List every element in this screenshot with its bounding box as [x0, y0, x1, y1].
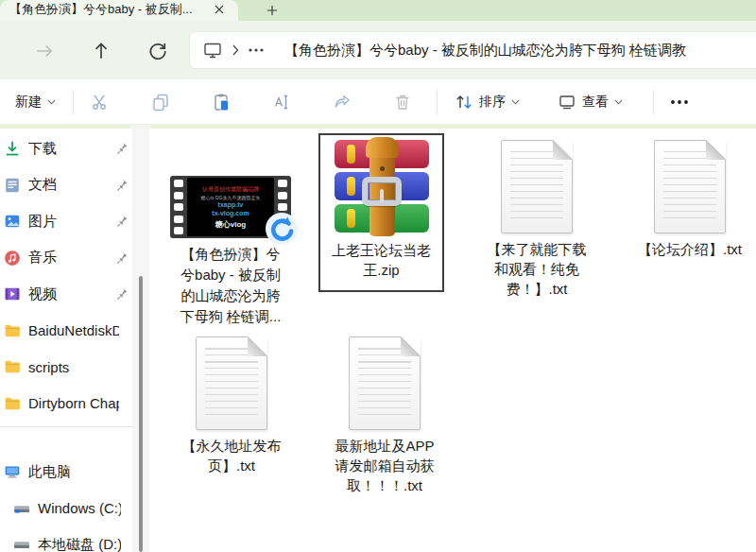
sort-button-label: 排序: [479, 94, 506, 111]
breadcrumb-chevron-icon: [232, 44, 239, 56]
more-options-icon: [671, 100, 688, 104]
scrollbar-thumb[interactable]: [139, 276, 143, 552]
up-arrow-icon: [91, 41, 112, 61]
file-name: 【角色扮演】兮兮baby - 被反制的山城恋沦为胯下母狗 栓链调...: [178, 244, 284, 327]
rename-icon: [272, 93, 291, 112]
forward-arrow-icon: [34, 41, 55, 61]
documents-icon: [4, 177, 21, 194]
cut-button[interactable]: [83, 85, 117, 119]
file-name: 最新地址及APP请发邮箱自动获取！！！.txt: [332, 436, 438, 495]
pin-icon: [114, 141, 129, 155]
sidebar-item-label: BaiduNetdiskDo: [28, 322, 119, 338]
file-name: 【永久地址发布页】.txt: [179, 436, 284, 475]
close-icon: [215, 5, 224, 14]
navigation-pane: 下载 文档 图片: [0, 129, 132, 552]
filmstrip-holes: [174, 180, 183, 234]
forward-button[interactable]: [34, 41, 55, 61]
sidebar-item-label: Dirtyborn Chapt: [28, 395, 119, 411]
video-thumbnail: 认准原创传媒防骗品牌 糖心tv DG永久不迷路防走失 txapp.tv tx-v…: [170, 176, 291, 238]
drive-icon: [13, 536, 30, 552]
download-icon: [4, 140, 21, 157]
pin-icon: [114, 178, 129, 192]
file-name: 【论坛介绍】.txt: [627, 239, 752, 259]
file-name: 上老王论坛当老王.zip: [329, 240, 435, 280]
view-button-label: 查看: [582, 94, 609, 111]
text-file-icon: [349, 336, 421, 430]
rename-button[interactable]: [265, 85, 299, 119]
text-file-icon: [654, 140, 726, 233]
video-preview: 认准原创传媒防骗品牌 糖心tv DG永久不迷路防走失 txapp.tv tx-v…: [187, 178, 274, 236]
file-item-text[interactable]: 【来了就能下载和观看！纯免费！】.txt: [471, 140, 603, 299]
thumb-brand: 糖心vlog: [215, 219, 246, 230]
copy-button[interactable]: [144, 85, 178, 119]
paste-icon: [212, 93, 231, 112]
sidebar-item-scripts-folder[interactable]: scripts: [0, 349, 132, 386]
up-button[interactable]: [91, 41, 112, 61]
computer-icon: [4, 463, 21, 480]
tab-title: 【角色扮演】兮兮baby - 被反制...: [9, 1, 198, 18]
file-name: 【来了就能下载和观看！纯免费！】.txt: [484, 239, 590, 299]
thumb-link-1: txapp.tv: [218, 200, 244, 209]
new-button-label: 新建: [15, 94, 42, 111]
file-item-text[interactable]: 【永久地址发布页】.txt: [165, 336, 298, 475]
chevron-down-icon: [47, 99, 56, 105]
sidebar-item-music[interactable]: 音乐: [0, 240, 132, 277]
sort-button[interactable]: 排序: [447, 85, 527, 119]
pin-icon: [114, 250, 129, 265]
cut-icon: [91, 93, 110, 112]
sidebar-item-downloads[interactable]: 下载: [0, 130, 132, 167]
breadcrumb-ellipsis-icon[interactable]: [249, 48, 264, 52]
share-icon: [333, 93, 352, 112]
videos-icon: [4, 285, 21, 302]
pin-icon: [114, 286, 129, 301]
sidebar-item-dirtyborn-folder[interactable]: Dirtyborn Chapt: [0, 386, 132, 423]
text-file-icon: [196, 336, 267, 430]
chevron-down-icon: [511, 99, 520, 105]
new-tab-button[interactable]: [263, 1, 282, 20]
explorer-tab[interactable]: 【角色扮演】兮兮baby - 被反制...: [0, 0, 238, 21]
sidebar-item-baidunetdisk-folder[interactable]: BaiduNetdiskDo: [0, 313, 132, 350]
thumb-warning-text: 认准原创传媒防骗品牌: [202, 185, 259, 194]
toolbar-divider: [653, 90, 654, 114]
chevron-down-icon: [614, 99, 623, 105]
sidebar-item-windows-c[interactable]: Windows (C:): [0, 491, 132, 527]
sidebar-item-local-disk-d[interactable]: 本地磁盘 (D:): [0, 526, 132, 552]
file-item-archive-selected[interactable]: 上老王论坛当老王.zip: [318, 133, 444, 292]
sidebar-item-label: scripts: [28, 359, 119, 375]
file-item-text[interactable]: 【论坛介绍】.txt: [619, 140, 756, 259]
sidebar-item-label: 视频: [28, 285, 119, 303]
delete-button[interactable]: [386, 85, 420, 119]
file-item-text[interactable]: 最新地址及APP请发邮箱自动获取！！！.txt: [318, 336, 451, 495]
copy-icon: [151, 93, 170, 112]
sidebar-item-documents[interactable]: 文档: [0, 167, 132, 204]
sidebar-item-label: 此电脑: [28, 463, 119, 481]
tab-close-button[interactable]: [212, 2, 227, 17]
view-icon: [558, 93, 576, 112]
sidebar-item-pictures[interactable]: 图片: [0, 203, 132, 240]
toolbar-divider: [437, 90, 438, 114]
refresh-icon: [147, 41, 168, 61]
toolbar-divider: [73, 90, 74, 114]
breadcrumb-path: 【角色扮演】兮兮baby - 被反制的山城恋沦为胯下母狗 栓链调教: [284, 42, 686, 60]
tab-bar: 【角色扮演】兮兮baby - 被反制...: [0, 0, 756, 21]
file-item-video[interactable]: 认准原创传媒防骗品牌 糖心tv DG永久不迷路防走失 txapp.tv tx-v…: [157, 176, 304, 327]
sidebar-divider: [0, 426, 132, 427]
paste-button[interactable]: [204, 85, 238, 119]
sidebar-item-label: 本地磁盘 (D:): [38, 536, 121, 552]
refresh-button[interactable]: [147, 41, 168, 61]
more-options-button[interactable]: [663, 85, 696, 119]
sidebar-item-label: 下载: [28, 140, 119, 158]
share-button[interactable]: [325, 85, 359, 119]
address-bar[interactable]: 【角色扮演】兮兮baby - 被反制的山城恋沦为胯下母狗 栓链调教: [189, 31, 756, 69]
command-toolbar: 新建: [0, 79, 756, 125]
sidebar-item-this-pc[interactable]: 此电脑: [0, 454, 132, 491]
view-button[interactable]: 查看: [550, 85, 630, 119]
new-button[interactable]: 新建: [8, 85, 63, 119]
sidebar-scrollbar[interactable]: [132, 129, 149, 552]
pictures-icon: [4, 213, 21, 230]
trash-icon: [393, 93, 412, 112]
plus-icon: [266, 5, 278, 16]
sidebar-item-videos[interactable]: 视频: [0, 276, 132, 313]
sidebar-item-label: 文档: [28, 176, 119, 194]
sort-icon: [455, 93, 473, 112]
